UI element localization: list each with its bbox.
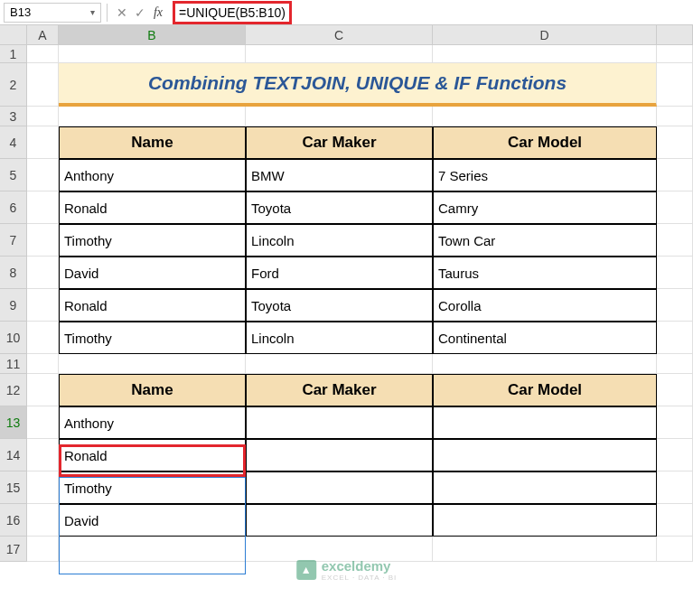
cell-b17[interactable]: [59, 537, 246, 562]
col-header-a[interactable]: A: [27, 25, 59, 45]
cell-d13[interactable]: [433, 406, 657, 439]
cell-a14[interactable]: [27, 439, 59, 471]
name-box[interactable]: B13 ▾: [4, 3, 101, 23]
cell-c7[interactable]: Lincoln: [246, 224, 433, 257]
row-header-9[interactable]: 9: [0, 289, 27, 322]
cell-b14[interactable]: Ronald: [59, 439, 246, 471]
cell-e2[interactable]: [657, 63, 693, 107]
cell-d15[interactable]: [433, 471, 657, 504]
cell-e8[interactable]: [657, 257, 693, 289]
row-header-3[interactable]: 3: [0, 107, 27, 126]
cell-a16[interactable]: [27, 504, 59, 537]
cell-e17[interactable]: [657, 537, 693, 562]
row-header-16[interactable]: 16: [0, 504, 27, 537]
title-cell[interactable]: Combining TEXTJOIN, UNIQUE & IF Function…: [59, 63, 657, 107]
row-header-15[interactable]: 15: [0, 471, 27, 504]
chevron-down-icon[interactable]: ▾: [90, 7, 95, 17]
row-header-1[interactable]: 1: [0, 45, 27, 63]
cell-e4[interactable]: [657, 126, 693, 159]
cell-e15[interactable]: [657, 471, 693, 504]
cell-c13[interactable]: [246, 406, 433, 439]
cell-e11[interactable]: [657, 354, 693, 374]
row-header-10[interactable]: 10: [0, 322, 27, 354]
cell-e5[interactable]: [657, 159, 693, 191]
cell-a1[interactable]: [27, 45, 59, 63]
fx-icon[interactable]: fx: [149, 4, 167, 22]
header-name-2[interactable]: Name: [59, 374, 246, 406]
cell-e12[interactable]: [657, 374, 693, 406]
cell-e10[interactable]: [657, 322, 693, 354]
select-all-corner[interactable]: [0, 25, 27, 45]
row-header-2[interactable]: 2: [0, 63, 27, 107]
formula-input[interactable]: =UNIQUE(B5:B10): [167, 3, 689, 23]
cell-b5[interactable]: Anthony: [59, 159, 246, 191]
cell-d16[interactable]: [433, 504, 657, 537]
cell-e16[interactable]: [657, 504, 693, 537]
col-header-d[interactable]: D: [433, 25, 657, 45]
cell-a7[interactable]: [27, 224, 59, 257]
row-header-5[interactable]: 5: [0, 159, 27, 191]
col-header-b[interactable]: B: [59, 25, 246, 45]
col-header-c[interactable]: C: [246, 25, 433, 45]
cell-e7[interactable]: [657, 224, 693, 257]
cell-c11[interactable]: [246, 354, 433, 374]
header-maker-1[interactable]: Car Maker: [246, 126, 433, 159]
cell-e9[interactable]: [657, 289, 693, 322]
cell-a15[interactable]: [27, 471, 59, 504]
row-header-14[interactable]: 14: [0, 439, 27, 471]
row-header-12[interactable]: 12: [0, 374, 27, 406]
cell-a5[interactable]: [27, 159, 59, 191]
cell-d9[interactable]: Corolla: [433, 289, 657, 322]
cell-d3[interactable]: [433, 107, 657, 126]
cell-d1[interactable]: [433, 45, 657, 63]
cell-e14[interactable]: [657, 439, 693, 471]
cell-b1[interactable]: [59, 45, 246, 63]
header-model-1[interactable]: Car Model: [433, 126, 657, 159]
cell-c8[interactable]: Ford: [246, 257, 433, 289]
cell-a3[interactable]: [27, 107, 59, 126]
row-header-7[interactable]: 7: [0, 224, 27, 257]
cell-a9[interactable]: [27, 289, 59, 322]
cell-d6[interactable]: Camry: [433, 191, 657, 224]
cell-b9[interactable]: Ronald: [59, 289, 246, 322]
row-header-13[interactable]: 13: [0, 406, 27, 439]
header-model-2[interactable]: Car Model: [433, 374, 657, 406]
cell-d11[interactable]: [433, 354, 657, 374]
cell-b3[interactable]: [59, 107, 246, 126]
cell-d7[interactable]: Town Car: [433, 224, 657, 257]
cell-a12[interactable]: [27, 374, 59, 406]
cell-d8[interactable]: Taurus: [433, 257, 657, 289]
cell-b11[interactable]: [59, 354, 246, 374]
cell-e1[interactable]: [657, 45, 693, 63]
cell-b16[interactable]: David: [59, 504, 246, 537]
cell-b8[interactable]: David: [59, 257, 246, 289]
cell-c1[interactable]: [246, 45, 433, 63]
cell-e3[interactable]: [657, 107, 693, 126]
cell-b13[interactable]: Anthony: [59, 406, 246, 439]
cell-b10[interactable]: Timothy: [59, 322, 246, 354]
cell-c14[interactable]: [246, 439, 433, 471]
confirm-icon[interactable]: ✓: [131, 4, 149, 22]
row-header-8[interactable]: 8: [0, 257, 27, 289]
cell-a10[interactable]: [27, 322, 59, 354]
cell-c10[interactable]: Lincoln: [246, 322, 433, 354]
cell-a17[interactable]: [27, 537, 59, 562]
cell-b15[interactable]: Timothy: [59, 471, 246, 504]
row-header-6[interactable]: 6: [0, 191, 27, 224]
cell-c5[interactable]: BMW: [246, 159, 433, 191]
cell-d14[interactable]: [433, 439, 657, 471]
cell-d17[interactable]: [433, 537, 657, 562]
cell-d10[interactable]: Continental: [433, 322, 657, 354]
cell-a2[interactable]: [27, 63, 59, 107]
row-header-17[interactable]: 17: [0, 537, 27, 562]
row-header-4[interactable]: 4: [0, 126, 27, 159]
cell-b6[interactable]: Ronald: [59, 191, 246, 224]
cell-c16[interactable]: [246, 504, 433, 537]
header-name-1[interactable]: Name: [59, 126, 246, 159]
cell-a11[interactable]: [27, 354, 59, 374]
cell-c3[interactable]: [246, 107, 433, 126]
cell-b7[interactable]: Timothy: [59, 224, 246, 257]
cell-c6[interactable]: Toyota: [246, 191, 433, 224]
cell-c9[interactable]: Toyota: [246, 289, 433, 322]
cell-d5[interactable]: 7 Series: [433, 159, 657, 191]
